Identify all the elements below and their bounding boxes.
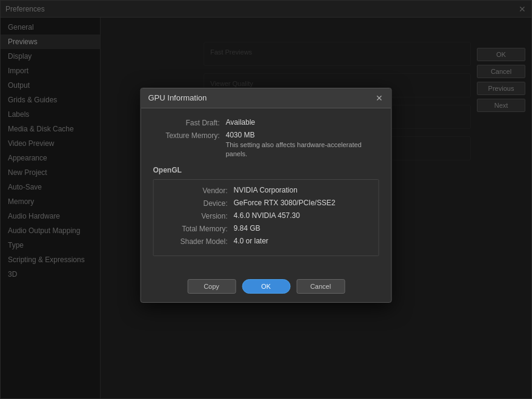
modal-footer: Copy OK Cancel (141, 273, 391, 302)
shader-model-value: 4.0 or later (234, 237, 371, 245)
vendor-label: Vendor: (161, 186, 234, 195)
modal-cancel-button[interactable]: Cancel (296, 279, 345, 294)
fast-draft-value: Available (226, 117, 255, 126)
texture-memory-value-block: 4030 MB This setting also affects hardwa… (226, 130, 379, 159)
texture-memory-row: Texture Memory: 4030 MB This setting als… (153, 130, 379, 159)
vendor-row: Vendor: NVIDIA Corporation (161, 186, 371, 195)
texture-memory-note: This setting also affects hardware-accel… (226, 140, 379, 159)
opengl-section-label: OpenGL (153, 166, 379, 174)
modal-ok-button[interactable]: OK (242, 279, 290, 294)
modal-body: Fast Draft: Available Texture Memory: 40… (141, 108, 391, 273)
texture-memory-label: Texture Memory: (153, 130, 226, 139)
shader-model-label: Shader Model: (161, 237, 234, 246)
modal-close-icon[interactable]: ✕ (374, 93, 384, 102)
texture-memory-value: 4030 MB (226, 130, 255, 139)
device-value: GeForce RTX 3080/PCIe/SSE2 (234, 199, 371, 207)
fast-draft-label: Fast Draft: (153, 117, 226, 127)
fast-draft-row: Fast Draft: Available (153, 117, 379, 127)
total-memory-label: Total Memory: (161, 224, 234, 233)
vendor-value: NVIDIA Corporation (234, 186, 371, 194)
version-row: Version: 4.6.0 NVIDIA 457.30 (161, 211, 371, 220)
device-label: Device: (161, 199, 234, 208)
copy-button[interactable]: Copy (187, 279, 236, 294)
modal-header: GPU Information ✕ (141, 88, 391, 108)
opengl-box: Vendor: NVIDIA Corporation Device: GeFor… (153, 179, 379, 256)
fast-draft-value-block: Available (226, 117, 379, 126)
total-memory-value: 9.84 GB (234, 224, 371, 232)
total-memory-row: Total Memory: 9.84 GB (161, 224, 371, 233)
shader-model-row: Shader Model: 4.0 or later (161, 237, 371, 246)
gpu-info-modal: GPU Information ✕ Fast Draft: Available … (141, 87, 392, 303)
version-value: 4.6.0 NVIDIA 457.30 (234, 211, 371, 220)
modal-title: GPU Information (148, 93, 207, 102)
version-label: Version: (161, 211, 234, 220)
device-row: Device: GeForce RTX 3080/PCIe/SSE2 (161, 199, 371, 208)
